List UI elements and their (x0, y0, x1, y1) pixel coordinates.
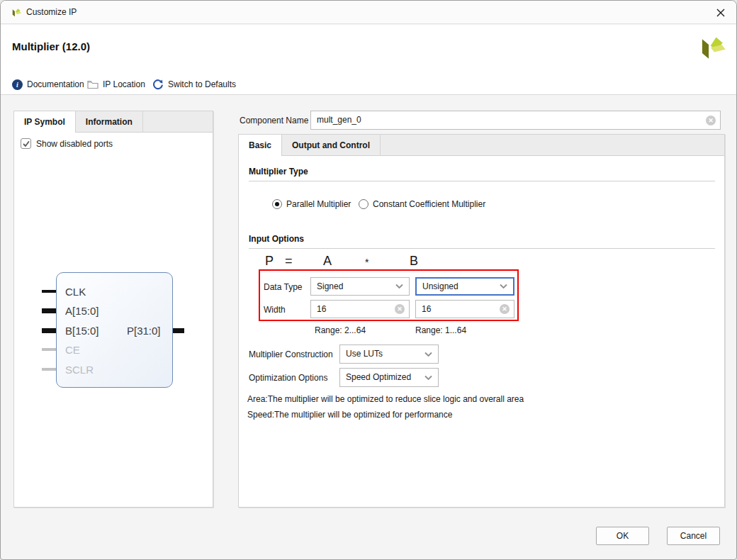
area-note: Area:The multiplier will be optimized to… (247, 394, 524, 404)
clear-icon[interactable]: ✕ (706, 116, 716, 125)
multiplier-construction-label: Multiplier Construction (249, 349, 333, 359)
component-name-input[interactable]: mult_gen_0 ✕ (310, 111, 721, 130)
expression-a: A (323, 254, 332, 269)
close-icon[interactable] (714, 6, 728, 20)
port-a: A[15:0] (65, 305, 99, 317)
chevron-down-icon (424, 352, 432, 357)
port-p: P[31:0] (127, 325, 161, 337)
data-type-a-dropdown[interactable]: Signed (310, 277, 410, 296)
chevron-down-icon (395, 284, 403, 289)
tab-output-and-control[interactable]: Output and Control (282, 135, 381, 156)
data-type-b-dropdown[interactable]: Unsigned (415, 277, 514, 296)
radio-constant-coefficient-multiplier[interactable]: Constant Coefficient Multiplier (359, 199, 485, 209)
main-tabstrip: Basic Output and Control (239, 135, 724, 156)
xilinx-logo-icon (10, 6, 22, 18)
multiplier-type-heading: Multiplier Type (249, 167, 715, 181)
sclr-port-stub (42, 368, 56, 371)
radio-unselected-icon[interactable] (359, 199, 368, 209)
data-type-label: Data Type (264, 282, 302, 292)
ce-port-stub (42, 348, 56, 351)
title-bar[interactable]: Customize IP (1, 1, 736, 24)
expression-equals: = (285, 254, 293, 269)
checkbox-checked-icon[interactable] (21, 138, 31, 149)
chevron-down-icon (500, 284, 507, 289)
a-port-stub (42, 308, 56, 313)
range-b-label: Range: 1...64 (415, 325, 466, 335)
ip-location-button[interactable]: IP Location (87, 77, 145, 91)
expression-star: * (365, 257, 368, 268)
clk-port-stub (42, 290, 56, 293)
tab-basic[interactable]: Basic (239, 135, 282, 156)
clear-icon[interactable]: ✕ (395, 304, 405, 314)
folder-icon (87, 79, 99, 89)
width-a-input[interactable]: 16 ✕ (310, 300, 410, 318)
port-clk: CLK (65, 286, 86, 298)
xilinx-brand-logo (697, 33, 726, 62)
info-icon: i (12, 79, 23, 90)
chevron-down-icon (424, 375, 432, 380)
configuration-panel: Basic Output and Control (238, 134, 725, 508)
input-options-heading: Input Options (249, 234, 715, 249)
tab-ip-symbol[interactable]: IP Symbol (14, 111, 76, 133)
ok-button[interactable]: OK (596, 527, 649, 545)
customize-ip-dialog: Customize IP Multiplier (12.0) i Documen… (0, 0, 737, 560)
toolbar: i Documentation IP Location Switch to De… (1, 74, 736, 95)
show-disabled-ports-label: Show disabled ports (36, 139, 113, 149)
show-disabled-ports-checkbox[interactable]: Show disabled ports (21, 138, 113, 149)
optimization-options-dropdown[interactable]: Speed Optimized (339, 368, 439, 387)
range-a-label: Range: 2...64 (315, 325, 366, 335)
tab-information[interactable]: Information (76, 111, 143, 133)
clear-icon[interactable]: ✕ (500, 304, 510, 314)
cancel-button[interactable]: Cancel (667, 527, 720, 545)
speed-note: Speed:The multiplier will be optimized f… (247, 410, 452, 420)
port-ce: CE (65, 344, 80, 356)
switch-to-defaults-button[interactable]: Switch to Defaults (152, 77, 236, 91)
window-title: Customize IP (26, 7, 77, 17)
optimization-options-label: Optimization Options (249, 373, 327, 383)
p-port-stub (173, 328, 184, 333)
radio-parallel-multiplier[interactable]: Parallel Multiplier (272, 199, 351, 209)
expression-b: B (410, 254, 418, 269)
dialog-header: Multiplier (12.0) i Documentation IP Loc… (1, 25, 736, 95)
port-b: B[15:0] (65, 325, 99, 337)
radio-selected-icon[interactable] (272, 199, 282, 209)
expression-p: P (265, 254, 274, 269)
multiplier-construction-dropdown[interactable]: Use LUTs (339, 345, 439, 364)
left-tabstrip: IP Symbol Information (14, 111, 213, 133)
width-label: Width (264, 305, 286, 315)
port-sclr: SCLR (65, 364, 94, 376)
width-b-input[interactable]: 16 ✕ (415, 300, 514, 318)
component-name-label: Component Name (240, 116, 308, 125)
documentation-button[interactable]: i Documentation (12, 77, 84, 91)
b-port-stub (42, 328, 56, 333)
page-title: Multiplier (12.0) (12, 40, 90, 52)
refresh-icon (152, 79, 164, 90)
